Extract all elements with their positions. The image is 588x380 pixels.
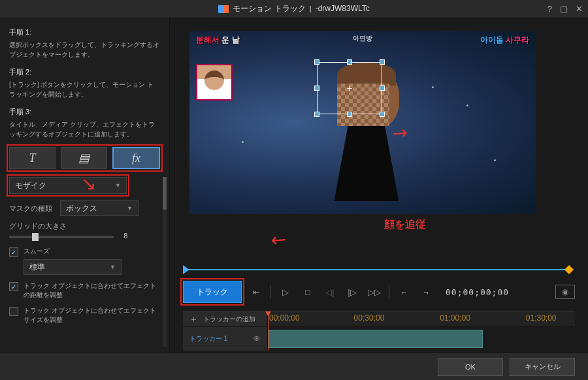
sidebar-scrollbar[interactable] (163, 177, 167, 347)
scrub-end-marker[interactable] (564, 265, 574, 274)
step-3: 手順 3: タイトル、メディア クリップ、エフェクトをトラッキングするオブジェク… (9, 107, 160, 139)
prev-frame-icon[interactable]: ◁| (322, 284, 338, 300)
resize-handle[interactable] (347, 112, 352, 117)
overlay-left-text: 분해서 운 날 (196, 35, 240, 46)
titlebar: モーション トラック | -drwJW83WLTc ? ▢ ✕ (0, 0, 588, 18)
preview-panel[interactable]: 아연방 분해서 운 날 아이돌 사쿠라 (189, 31, 536, 214)
adjust-size-checkbox[interactable] (9, 307, 18, 316)
adjust-size-label: トラック オブジェクトに合わせてエフェクト サイズを調整 (24, 306, 160, 325)
camera-icon: ◉ (562, 287, 568, 296)
next-frame-icon[interactable]: |▷ (344, 284, 360, 300)
timeline: ＋ トラッカーの追加 00;00;00 00;30;00 01;00;00 01… (183, 311, 575, 351)
resize-handle[interactable] (314, 86, 319, 91)
mark-out-icon[interactable]: ¬ (418, 284, 434, 300)
play-icon[interactable]: ▷ (278, 284, 293, 300)
timecode[interactable]: 00;00;00;00 (446, 287, 509, 297)
resize-handle[interactable] (380, 59, 385, 65)
tracker-clip[interactable] (268, 330, 483, 348)
cancel-button[interactable]: キャンセル (510, 358, 575, 376)
maximize-button[interactable]: ▢ (560, 4, 568, 14)
visibility-icon[interactable]: 👁 (253, 334, 261, 343)
chevron-down-icon: ▼ (127, 205, 133, 212)
resize-handle[interactable] (380, 86, 385, 91)
snapshot-button[interactable]: ◉ (555, 285, 575, 299)
smooth-label: スムーズ (24, 247, 50, 256)
slider-thumb[interactable] (32, 233, 39, 241)
grid-size-slider[interactable] (9, 236, 114, 238)
grid-size-label: グリッドの大きさ (9, 221, 160, 231)
fast-forward-icon[interactable]: ▷▷ (367, 284, 382, 300)
help-button[interactable]: ? (547, 4, 552, 14)
adjust-distance-checkbox[interactable]: ✓ (9, 282, 18, 291)
ok-button[interactable]: OK (438, 358, 503, 376)
resize-handle[interactable] (314, 112, 319, 117)
overlay-right-text: 아이돌 사쿠라 (480, 35, 529, 46)
resize-handle[interactable] (314, 59, 319, 65)
scrub-bar[interactable] (183, 264, 575, 276)
annotation-arrow-icon: ↘ (81, 173, 96, 195)
smooth-checkbox[interactable]: ✓ (9, 247, 18, 257)
mask-type-label: マスクの種類 (9, 204, 54, 214)
add-tracker-label: トラッカーの追加 (203, 315, 255, 324)
app-icon (218, 5, 229, 13)
add-tracker-button[interactable]: ＋ (189, 313, 198, 325)
grid-size-value: 8 (123, 232, 127, 240)
mark-in-icon[interactable]: ⌐ (396, 284, 412, 300)
tracker-row-header[interactable]: トラッカー 1 👁 (183, 327, 268, 351)
media-button[interactable]: ▤ (61, 147, 107, 169)
playhead[interactable] (268, 311, 269, 351)
instruction-text: 顔を追従 (216, 218, 588, 232)
resize-handle[interactable] (347, 59, 352, 65)
close-button[interactable]: ✕ (576, 4, 583, 14)
step-1: 手順 1: 選択ボックスをドラッグして、トラッキングするオブジェクトをマークしま… (9, 27, 160, 59)
effect-select[interactable]: モザイク▼ (9, 177, 127, 194)
crosshair-icon: + (347, 83, 352, 93)
window-title: モーション トラック | -drwJW83WLTc (233, 3, 370, 14)
track-back-icon[interactable]: ⇤ (248, 284, 264, 300)
mask-type-select[interactable]: ボックス▼ (60, 200, 139, 216)
timeline-ruler[interactable]: 00;00;00 00;30;00 01;00;00 01;30;00 (268, 311, 575, 327)
track-button[interactable]: トラック (183, 281, 242, 303)
step-2: 手順 2: [トラック] ボタンをクリックして、モーション トラッキングを開始し… (9, 67, 160, 99)
title-button[interactable]: T (9, 147, 56, 169)
fx-button[interactable]: fx (112, 147, 160, 169)
pip-thumbnail (196, 64, 233, 101)
stop-icon[interactable]: □ (300, 284, 316, 300)
footer: OK キャンセル (0, 353, 588, 380)
timeline-track[interactable] (268, 327, 575, 351)
attach-type-bar: T ▤ fx (9, 147, 160, 169)
chevron-down-icon: ▼ (115, 182, 121, 189)
adjust-distance-label: トラック オブジェクトに合わせてエフェクトの距離を調整 (24, 281, 160, 300)
smooth-select[interactable]: 標準▼ (24, 259, 122, 275)
scrub-start-marker[interactable] (183, 265, 189, 274)
tracking-box[interactable]: + (317, 62, 382, 114)
resize-handle[interactable] (380, 112, 385, 117)
sidebar: 手順 1: 選択ボックスをドラッグして、トラッキングするオブジェクトをマークしま… (0, 18, 170, 353)
chevron-down-icon: ▼ (110, 264, 116, 270)
